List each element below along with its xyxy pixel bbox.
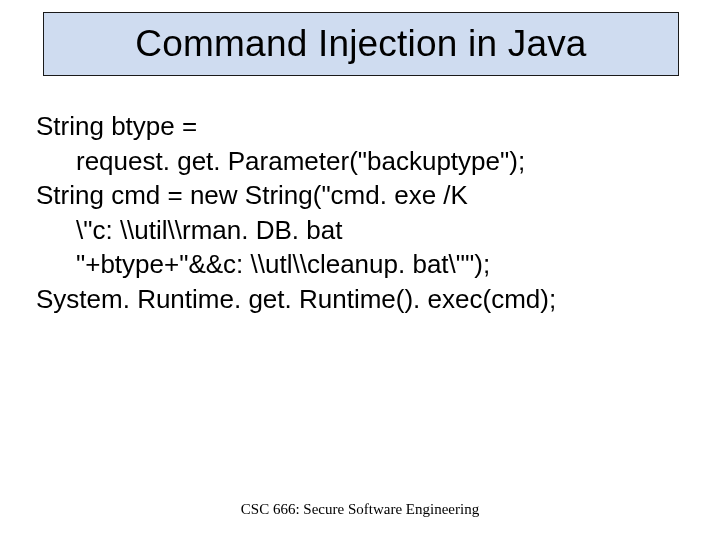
code-line: String cmd = new String("cmd. exe /K xyxy=(36,179,686,212)
code-line: request. get. Parameter("backuptype"); xyxy=(36,145,686,178)
title-bar: Command Injection in Java xyxy=(43,12,679,76)
slide-title: Command Injection in Java xyxy=(135,23,586,65)
code-line: System. Runtime. get. Runtime(). exec(cm… xyxy=(36,283,686,316)
slide-footer: CSC 666: Secure Software Engineering xyxy=(0,501,720,518)
code-line: String btype = xyxy=(36,110,686,143)
slide: Command Injection in Java String btype =… xyxy=(0,0,720,540)
code-line: \"c: \\util\\rman. DB. bat xyxy=(36,214,686,247)
slide-body: String btype = request. get. Parameter("… xyxy=(36,110,686,317)
code-line: "+btype+"&&c: \\utl\\cleanup. bat\""); xyxy=(36,248,686,281)
